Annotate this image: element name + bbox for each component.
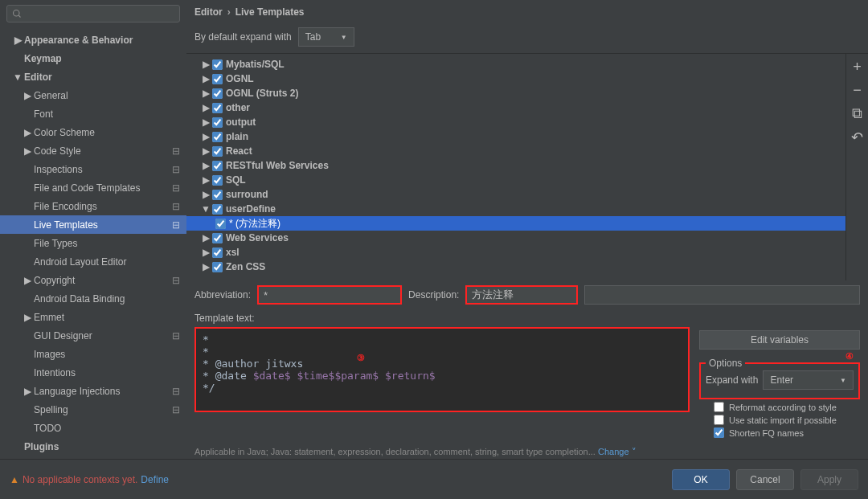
template-group[interactable]: ▶surround <box>186 187 845 202</box>
template-enabled-checkbox[interactable] <box>212 117 223 128</box>
add-template-button[interactable]: + <box>853 59 862 76</box>
description-input[interactable] <box>465 285 578 305</box>
expand-with-dropdown[interactable]: Enter▼ <box>763 370 854 390</box>
warning-text: No applicable contexts yet. <box>23 474 137 485</box>
template-group[interactable]: ▶Zen CSS <box>186 260 845 274</box>
sidebar-item-images[interactable]: Images <box>0 345 186 363</box>
sidebar-item-intentions[interactable]: Intentions <box>0 363 186 382</box>
sidebar-item-todo[interactable]: TODO <box>0 419 186 437</box>
sidebar-item-plugins[interactable]: Plugins <box>0 437 186 456</box>
shorten-fq-checkbox[interactable] <box>714 427 724 438</box>
template-item[interactable]: * (方法注释) <box>186 216 845 231</box>
template-variable: $param$ <box>334 370 379 382</box>
sidebar-item-editor[interactable]: ▼Editor <box>0 67 186 86</box>
template-group[interactable]: ▶plain <box>186 129 845 144</box>
sidebar-item-inspections[interactable]: Inspections⊟ <box>0 160 186 178</box>
code-text: * <box>203 346 209 358</box>
sidebar-item-keymap[interactable]: Keymap <box>0 49 186 67</box>
template-enabled-checkbox[interactable] <box>212 103 223 113</box>
change-contexts-link[interactable]: Change ˅ <box>598 447 637 456</box>
sidebar-item-label: Font <box>34 108 186 120</box>
sidebar-item-live-templates[interactable]: Live Templates⊟ <box>0 215 186 234</box>
template-group[interactable]: ▶React <box>186 144 845 158</box>
chevron-right-icon: ▶ <box>201 174 211 186</box>
sidebar-item-copyright[interactable]: ▶Copyright⊟ <box>0 271 186 289</box>
sidebar-item-file-types[interactable]: File Types <box>0 234 186 252</box>
template-enabled-checkbox[interactable] <box>212 74 223 84</box>
template-enabled-checkbox[interactable] <box>212 88 223 99</box>
template-enabled-checkbox[interactable] <box>212 175 223 186</box>
sidebar-item-gui-designer[interactable]: GUI Designer⊟ <box>0 326 186 345</box>
abbreviation-input[interactable] <box>257 285 402 305</box>
description-label: Description: <box>408 289 459 301</box>
sidebar-item-spelling[interactable]: Spelling⊟ <box>0 400 186 419</box>
breadcrumb: Editor›Live Templates <box>186 0 868 24</box>
sidebar-item-code-style[interactable]: ▶Code Style⊟ <box>0 141 186 160</box>
template-group[interactable]: ▶Web Services <box>186 231 845 245</box>
sidebar-item-file-encodings[interactable]: File Encodings⊟ <box>0 197 186 215</box>
remove-template-button[interactable]: − <box>853 82 862 99</box>
template-enabled-checkbox[interactable] <box>212 204 223 215</box>
sidebar-item-emmet[interactable]: ▶Emmet <box>0 308 186 326</box>
static-import-checkbox[interactable] <box>714 415 724 425</box>
template-variable: $date$ <box>253 370 291 382</box>
template-enabled-checkbox[interactable] <box>212 233 223 243</box>
template-enabled-checkbox[interactable] <box>212 146 223 157</box>
chevron-right-icon: ▶ <box>201 160 211 171</box>
sidebar-item-general[interactable]: ▶General <box>0 86 186 104</box>
template-enabled-checkbox[interactable] <box>215 219 226 229</box>
template-group[interactable]: ▶other <box>186 100 845 115</box>
chevron-right-icon: ▶ <box>23 386 32 397</box>
template-list-toolbar: + − ⧉ ↶ <box>845 54 868 280</box>
apply-button[interactable]: Apply <box>800 469 858 490</box>
chevron-right-icon: ▶ <box>201 232 211 243</box>
template-group[interactable]: ▶xsl <box>186 245 845 260</box>
description-overflow-input[interactable] <box>584 285 860 305</box>
template-enabled-checkbox[interactable] <box>212 190 223 200</box>
default-expand-dropdown[interactable]: Tab▼ <box>298 27 354 47</box>
sidebar-item-appearance-behavior[interactable]: ▶Appearance & Behavior <box>0 31 186 49</box>
revert-template-button[interactable]: ↶ <box>851 129 863 146</box>
chevron-right-icon: ▶ <box>201 88 211 99</box>
sidebar-item-language-injections[interactable]: ▶Language Injections⊟ <box>0 382 186 400</box>
sidebar-item-label: TODO <box>34 423 186 434</box>
sidebar-item-android-layout-editor[interactable]: Android Layout Editor <box>0 252 186 271</box>
template-group[interactable]: ▶output <box>186 115 845 129</box>
sidebar-item-font[interactable]: Font <box>0 104 186 123</box>
template-enabled-checkbox[interactable] <box>212 132 223 142</box>
template-group[interactable]: ▶Mybatis/SQL <box>186 57 845 72</box>
template-group[interactable]: ▶OGNL (Struts 2) <box>186 86 845 100</box>
template-enabled-checkbox[interactable] <box>212 247 223 258</box>
template-group[interactable]: ▶OGNL <box>186 72 845 86</box>
template-variable: $time$ <box>297 370 334 382</box>
template-text-label: Template text: <box>194 313 690 324</box>
template-enabled-checkbox[interactable] <box>212 262 223 272</box>
sidebar-item-label: Inspections <box>34 164 172 175</box>
settings-search-input[interactable] <box>6 5 180 22</box>
copy-template-button[interactable]: ⧉ <box>852 105 862 122</box>
reformat-checkbox[interactable] <box>714 402 724 412</box>
sidebar-item-label: Live Templates <box>34 219 172 231</box>
template-groups-tree[interactable]: ▶Mybatis/SQL▶OGNL▶OGNL (Struts 2)▶other▶… <box>186 54 845 280</box>
template-label: xsl <box>226 247 240 258</box>
ok-button[interactable]: OK <box>672 469 730 490</box>
template-group[interactable]: ▼userDefine <box>186 202 845 216</box>
template-text-editor[interactable]: ③ * * * @author jitwxs * @date $date$ $t… <box>194 327 690 412</box>
template-enabled-checkbox[interactable] <box>212 59 223 70</box>
sidebar-item-android-data-binding[interactable]: Android Data Binding <box>0 289 186 308</box>
applicable-contexts: Applicable in Java; Java: statement, exp… <box>186 444 868 460</box>
sidebar-item-label: General <box>34 90 186 101</box>
template-enabled-checkbox[interactable] <box>212 161 223 171</box>
edit-variables-button[interactable]: Edit variables <box>699 330 860 350</box>
settings-tree[interactable]: ▶Appearance & BehaviorKeymap▼Editor▶Gene… <box>0 27 186 459</box>
sidebar-item-color-scheme[interactable]: ▶Color Scheme <box>0 123 186 141</box>
sidebar-item-file-and-code-templates[interactable]: File and Code Templates⊟ <box>0 178 186 197</box>
code-line: * @author jitwxs <box>203 358 682 370</box>
template-group[interactable]: ▶RESTful Web Services <box>186 158 845 173</box>
project-config-icon: ⊟ <box>172 164 180 175</box>
define-contexts-link[interactable]: Define <box>141 474 169 485</box>
cancel-button[interactable]: Cancel <box>736 469 794 490</box>
template-group[interactable]: ▶SQL <box>186 173 845 187</box>
search-icon <box>12 9 22 18</box>
dialog-button-bar: ▲ No applicable contexts yet. Define OK … <box>0 459 868 499</box>
